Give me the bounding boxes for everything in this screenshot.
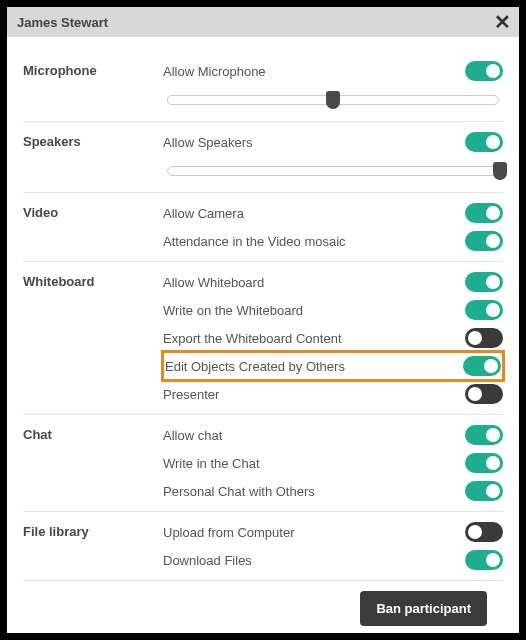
write-whiteboard-toggle[interactable] (465, 300, 503, 320)
group-chat: Chat Allow chat Write in the Chat Person… (23, 415, 503, 512)
row-allow-speakers: Allow Speakers (163, 128, 503, 156)
microphone-slider[interactable] (163, 89, 503, 111)
video-mosaic-toggle[interactable] (465, 231, 503, 251)
slider-thumb[interactable] (326, 91, 340, 109)
export-whiteboard-toggle[interactable] (465, 328, 503, 348)
download-files-toggle[interactable] (465, 550, 503, 570)
row-allow-camera: Allow Camera (163, 199, 503, 227)
row-video-mosaic: Attendance in the Video mosaic (163, 227, 503, 255)
allow-camera-toggle[interactable] (465, 203, 503, 223)
edit-others-label: Edit Objects Created by Others (165, 359, 345, 374)
group-microphone: Microphone Allow Microphone (23, 51, 503, 122)
group-files: File library Upload from Computer Downlo… (23, 512, 503, 581)
group-video: Video Allow Camera Attendance in the Vid… (23, 193, 503, 262)
group-speakers: Speakers Allow Speakers (23, 122, 503, 193)
row-allow-chat: Allow chat (163, 421, 503, 449)
download-files-label: Download Files (163, 553, 252, 568)
row-allow-whiteboard: Allow Whiteboard (163, 268, 503, 296)
allow-speakers-label: Allow Speakers (163, 135, 253, 150)
allow-speakers-toggle[interactable] (465, 132, 503, 152)
row-allow-microphone: Allow Microphone (163, 57, 503, 85)
allow-whiteboard-label: Allow Whiteboard (163, 275, 264, 290)
dialog-footer: Ban participant (23, 581, 503, 626)
allow-chat-label: Allow chat (163, 428, 222, 443)
slider-thumb[interactable] (493, 162, 507, 180)
allow-microphone-toggle[interactable] (465, 61, 503, 81)
row-personal-chat: Personal Chat with Others (163, 477, 503, 505)
allow-microphone-label: Allow Microphone (163, 64, 266, 79)
group-label-chat: Chat (23, 421, 163, 505)
row-upload-computer: Upload from Computer (163, 518, 503, 546)
personal-chat-toggle[interactable] (465, 481, 503, 501)
row-presenter: Presenter (163, 380, 503, 408)
row-download-files: Download Files (163, 546, 503, 574)
group-whiteboard: Whiteboard Allow Whiteboard Write on the… (23, 262, 503, 415)
group-label-files: File library (23, 518, 163, 574)
ban-participant-button[interactable]: Ban participant (360, 591, 487, 626)
personal-chat-label: Personal Chat with Others (163, 484, 315, 499)
presenter-toggle[interactable] (465, 384, 503, 404)
group-label-whiteboard: Whiteboard (23, 268, 163, 408)
group-label-video: Video (23, 199, 163, 255)
upload-computer-toggle[interactable] (465, 522, 503, 542)
group-label-microphone: Microphone (23, 57, 163, 115)
close-icon[interactable]: ✕ (494, 12, 511, 32)
write-chat-toggle[interactable] (465, 453, 503, 473)
row-write-chat: Write in the Chat (163, 449, 503, 477)
titlebar: James Stewart ✕ (7, 7, 519, 37)
allow-whiteboard-toggle[interactable] (465, 272, 503, 292)
dialog-title: James Stewart (17, 15, 108, 30)
export-whiteboard-label: Export the Whiteboard Content (163, 331, 342, 346)
allow-chat-toggle[interactable] (465, 425, 503, 445)
group-label-speakers: Speakers (23, 128, 163, 186)
row-write-whiteboard: Write on the Whiteboard (163, 296, 503, 324)
speakers-slider[interactable] (163, 160, 503, 182)
settings-content: Microphone Allow Microphone Speakers All… (7, 37, 519, 640)
slider-track (167, 166, 499, 176)
upload-computer-label: Upload from Computer (163, 525, 295, 540)
row-edit-others: Edit Objects Created by Others (163, 352, 503, 380)
write-chat-label: Write in the Chat (163, 456, 260, 471)
edit-others-toggle[interactable] (463, 356, 501, 376)
presenter-label: Presenter (163, 387, 219, 402)
allow-camera-label: Allow Camera (163, 206, 244, 221)
write-whiteboard-label: Write on the Whiteboard (163, 303, 303, 318)
video-mosaic-label: Attendance in the Video mosaic (163, 234, 346, 249)
row-export-whiteboard: Export the Whiteboard Content (163, 324, 503, 352)
